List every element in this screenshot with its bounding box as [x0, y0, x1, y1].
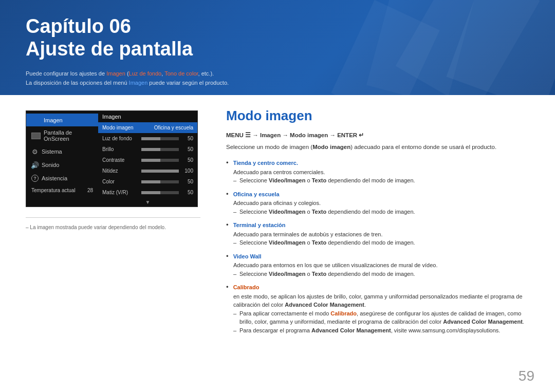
bullet-item-calibrado: Calibrado en este modo, se aplican los a… — [226, 282, 534, 334]
calibrado-sub2: Para descargar el programa Advanced Colo… — [233, 326, 534, 335]
menu-mockup: Imagen Pantalla de OnScreen ⚙ Sistema 🔊 … — [26, 110, 198, 207]
sidebar-label-sistema: Sistema — [42, 148, 62, 155]
sidebar-item-asistencia: ? Asistencia — [26, 172, 98, 185]
bullet-item-oficina: Oficina y escuela Adecuado para oficinas… — [226, 189, 534, 216]
tienda-title: Tienda y centro comerc. — [233, 160, 298, 166]
page-number: 59 — [519, 368, 534, 384]
pantalla-icon — [31, 133, 41, 139]
bullet-item-tienda: Tienda y centro comerc. Adecuado para ce… — [226, 158, 534, 185]
nitidez-bar — [141, 170, 179, 173]
section-title: Modo imagen — [226, 108, 534, 124]
bullet-list: Tienda y centro comerc. Adecuado para ce… — [226, 158, 534, 334]
header-subtitle: Puede configurar los ajustes de Imagen (… — [26, 69, 229, 87]
calibrado-sub1: Para aplicar correctamente el modo Calib… — [233, 309, 534, 326]
oficina-title: Oficina y escuela — [233, 191, 280, 197]
modo-imagen-label: Modo imagen — [102, 125, 138, 130]
brillo-value: 50 — [182, 146, 193, 152]
contraste-label: Contraste — [102, 157, 138, 163]
matiz-value: 50 — [182, 190, 193, 195]
left-column: Imagen Pantalla de OnScreen ⚙ Sistema 🔊 … — [0, 95, 216, 392]
oficina-desc: Adecuado para oficinas y colegios. — [233, 199, 534, 208]
bullet-item-terminal: Terminal y estación Adecuado para termin… — [226, 220, 534, 247]
description-text: Seleccione un modo de imagen (Modo image… — [226, 143, 534, 152]
header-content: Capítulo 06 Ajuste de pantalla Puede con… — [26, 15, 229, 88]
menu-item-luz: Luz de fondo 50 — [98, 133, 197, 144]
menu-item-brillo: Brillo 50 — [98, 144, 197, 155]
luz-label: Luz de fondo — [102, 136, 138, 141]
videowall-sub: Seleccione Vídeo/Imagen o Texto dependie… — [233, 270, 534, 278]
chapter-number: Capítulo 06 — [26, 15, 131, 37]
modo-imagen-value: Oficina y escuela — [154, 125, 193, 130]
nitidez-value: 100 — [182, 168, 193, 174]
right-column: Modo imagen MENU ☰ → Imagen → Modo image… — [216, 95, 555, 392]
header-section: Capítulo 06 Ajuste de pantalla Puede con… — [0, 0, 555, 95]
brillo-label: Brillo — [102, 146, 138, 152]
calibrado-title: Calibrado — [233, 284, 260, 290]
luz-value: 50 — [182, 136, 193, 141]
sidebar-label-sonido: Sonido — [42, 162, 59, 168]
sidebar-item-sistema: ⚙ Sistema — [26, 145, 98, 158]
videowall-desc: Adecuado para entornos en los que se uti… — [233, 261, 534, 270]
color-value: 50 — [182, 179, 193, 184]
menu-sidebar: Imagen Pantalla de OnScreen ⚙ Sistema 🔊 … — [26, 111, 98, 207]
chapter-title: Capítulo 06 Ajuste de pantalla — [26, 15, 229, 60]
contraste-value: 50 — [182, 157, 193, 163]
matiz-label: Matiz (V/R) — [102, 190, 138, 195]
terminal-title: Terminal y estación — [233, 222, 286, 228]
sonido-icon: 🔊 — [31, 161, 39, 169]
color-bar — [141, 180, 179, 183]
tienda-sub: Seleccione Vídeo/Imagen o Texto dependie… — [233, 176, 534, 185]
temp-value: 28 — [87, 188, 93, 193]
contraste-bar — [141, 159, 179, 162]
menu-main-panel: Imagen Modo imagen Oficina y escuela Luz… — [98, 111, 197, 207]
matiz-bar — [141, 191, 179, 194]
brillo-bar — [141, 148, 179, 151]
menu-item-modo-imagen: Modo imagen Oficina y escuela — [98, 122, 197, 133]
subtitle-line1: Puede configurar los ajustes de Imagen (… — [26, 70, 214, 77]
menu-chevron-down: ▼ — [98, 198, 197, 207]
luz-bar — [141, 137, 179, 140]
menu-item-matiz: Matiz (V/R) 50 — [98, 187, 197, 198]
sistema-icon: ⚙ — [31, 148, 39, 155]
sidebar-item-pantalla: Pantalla de OnScreen — [26, 126, 98, 145]
tienda-desc: Adecuado para centros comerciales. — [233, 168, 534, 177]
subtitle-line2: La disposición de las opciones del menú … — [26, 80, 229, 86]
footnote-text: – La imagen mostrada puede variar depend… — [26, 225, 200, 230]
terminal-desc: Adecuado para terminales de autobús y es… — [233, 230, 534, 239]
temperature-row: Temperatura actual 28 — [26, 185, 98, 196]
terminal-sub: Seleccione Vídeo/Imagen o Texto dependie… — [233, 238, 534, 247]
menu-layout: Imagen Pantalla de OnScreen ⚙ Sistema 🔊 … — [26, 111, 197, 207]
imagen-icon — [31, 117, 41, 123]
color-label: Color — [102, 179, 138, 184]
asistencia-icon: ? — [31, 175, 39, 182]
menu-item-contraste: Contraste 50 — [98, 155, 197, 165]
sidebar-item-imagen: Imagen — [26, 114, 98, 126]
main-content: Imagen Pantalla de OnScreen ⚙ Sistema 🔊 … — [0, 95, 555, 392]
bullet-item-videowall: Video Wall Adecuado para entornos en los… — [226, 251, 534, 278]
sidebar-label-imagen: Imagen — [44, 117, 63, 123]
menu-item-color: Color 50 — [98, 176, 197, 187]
temp-label: Temperatura actual — [31, 188, 76, 193]
chapter-heading: Ajuste de pantalla — [26, 38, 193, 60]
sidebar-label-asistencia: Asistencia — [42, 175, 67, 181]
menu-item-nitidez: Nitidez 100 — [98, 165, 197, 176]
footnote-divider — [26, 217, 200, 222]
calibrado-desc: en este modo, se aplican los ajustes de … — [233, 292, 534, 309]
videowall-title: Video Wall — [233, 253, 262, 259]
nitidez-label: Nitidez — [102, 168, 138, 174]
menu-path: MENU ☰ → Imagen → Modo imagen → ENTER ↵ — [226, 132, 534, 139]
sidebar-item-sonido: 🔊 Sonido — [26, 158, 98, 172]
sidebar-label-pantalla: Pantalla de OnScreen — [44, 129, 93, 142]
oficina-sub: Seleccione Vídeo/Imagen o Texto dependie… — [233, 208, 534, 216]
menu-main-header: Imagen — [98, 111, 197, 122]
